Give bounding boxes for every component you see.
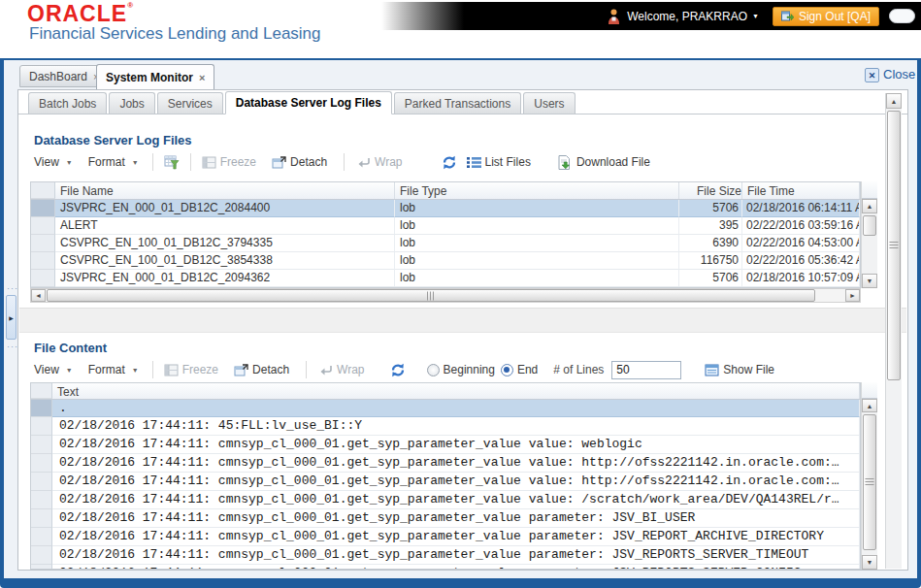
log-line-row[interactable]: 02/18/2016 17:44:11: cmnsyp_cl_000_01.ge… <box>31 546 860 565</box>
row-gutter[interactable] <box>31 217 55 235</box>
row-gutter[interactable] <box>31 565 52 570</box>
tab-close-icon[interactable]: × <box>199 72 205 83</box>
file-content-vertical-scrollbar[interactable]: ▲ ▼ <box>861 382 877 570</box>
row-gutter[interactable] <box>31 509 52 528</box>
freeze-button[interactable]: Freeze <box>164 363 218 376</box>
scroll-down-button[interactable]: ▼ <box>862 274 877 288</box>
scroll-up-button[interactable]: ▲ <box>862 199 877 213</box>
chevron-down-icon: ▼ <box>66 367 73 374</box>
scrollbar-thumb[interactable] <box>863 414 876 550</box>
user-menu-caret-icon[interactable]: ▼ <box>752 13 759 19</box>
scroll-left-button[interactable]: ◄ <box>31 289 46 302</box>
oracle-logo: ORACLE® <box>27 1 134 27</box>
column-file-name[interactable]: File Name <box>55 182 395 199</box>
row-gutter[interactable] <box>31 235 55 252</box>
log-line-row[interactable]: 02/18/2016 17:44:11: cmnsyp_cl_000_01.ge… <box>31 509 860 528</box>
close-window-icon[interactable]: ✕ <box>865 68 879 82</box>
header-gutter <box>31 182 55 199</box>
row-gutter[interactable] <box>31 270 55 287</box>
wrap-button[interactable]: Wrap <box>319 363 364 376</box>
table-row[interactable]: JSVPRC_EN_000_01_DB12C_2094362 lob 5706 … <box>31 270 860 287</box>
row-gutter[interactable] <box>31 473 52 491</box>
download-file-button[interactable]: Download File <box>558 155 650 170</box>
freeze-icon <box>164 364 179 376</box>
row-gutter[interactable] <box>31 436 52 454</box>
view-menu[interactable]: View▼ <box>34 363 73 376</box>
log-line-row[interactable]: 02/18/2016 17:44:11: cmnsyp_cl_000_01.ge… <box>31 436 860 454</box>
tab-system-monitor[interactable]: System Monitor × <box>96 64 214 89</box>
subtab-jobs[interactable]: Jobs <box>109 92 154 114</box>
row-gutter[interactable] <box>31 417 52 436</box>
row-gutter[interactable] <box>31 546 52 565</box>
radio-end-icon[interactable] <box>501 364 513 376</box>
num-lines-label: # of Lines <box>553 363 604 376</box>
subtab-database-server-log-files[interactable]: Database Server Log Files <box>225 91 392 114</box>
panel-vertical-scrollbar[interactable]: ▲ <box>885 93 902 569</box>
scroll-right-button[interactable]: ► <box>845 289 860 302</box>
freeze-icon <box>202 156 216 169</box>
format-menu[interactable]: Format▼ <box>88 155 139 169</box>
freeze-button[interactable]: Freeze <box>202 155 256 169</box>
radio-beginning-icon[interactable] <box>427 364 440 376</box>
filter-table-icon <box>164 155 180 170</box>
detach-icon <box>234 364 248 376</box>
column-file-type[interactable]: File Type <box>395 182 679 199</box>
radio-beginning[interactable]: Beginning <box>427 363 495 376</box>
row-gutter[interactable] <box>31 491 52 509</box>
log-line-row[interactable]: 02/18/2016 17:44:11: cmnsyp_cl_000_01.ge… <box>31 528 860 546</box>
row-gutter[interactable] <box>31 252 55 270</box>
log-files-vertical-scrollbar[interactable]: ▲ ▼ <box>861 181 877 288</box>
scrollbar-thumb[interactable] <box>887 111 901 380</box>
log-line-row[interactable]: 02/18/2016 17:44:11: cmnsyp_cl_000_01.ge… <box>31 454 860 473</box>
column-file-time[interactable]: File Time <box>742 182 860 199</box>
panel-splitter-handle[interactable]: ▶ <box>6 295 16 340</box>
welcome-text: Welcome, PRAKRRAO <box>627 10 747 23</box>
refresh-button[interactable] <box>442 155 457 170</box>
log-line-row[interactable]: 02/18/2016 17:44:11: cmnsyp_cl_000_01.ge… <box>31 473 860 491</box>
view-menu[interactable]: View▼ <box>34 155 73 169</box>
table-row[interactable]: JSVPRC_EN_000_01_DB12C_2084400 lob 5706 … <box>31 200 860 217</box>
show-file-button[interactable]: Show File <box>705 363 774 376</box>
column-file-size[interactable]: File Size <box>679 182 742 199</box>
format-menu[interactable]: Format▼ <box>88 363 139 376</box>
scroll-up-button[interactable]: ▲ <box>886 93 902 109</box>
scrollbar-thumb[interactable] <box>863 215 876 236</box>
log-line-row[interactable]: 02/18/2016 17:44:11: cmnsyp_cl_000_01.ge… <box>31 491 860 509</box>
table-row[interactable]: ALERT lob 395 02/22/2016 03:59:16 AM <box>31 217 860 235</box>
file-content-table: Text . 02/18/2016 17:44:11: 45:FLL:lv_us… <box>30 382 861 570</box>
log-line-row[interactable]: . <box>31 400 860 417</box>
subtab-services[interactable]: Services <box>157 92 223 114</box>
scrollbar-thumb[interactable] <box>47 289 815 302</box>
detach-button[interactable]: Detach <box>234 363 289 376</box>
row-gutter[interactable] <box>31 528 52 546</box>
subtab-users[interactable]: Users <box>523 92 575 114</box>
table-row[interactable]: CSVPRC_EN_100_01_DB12C_3854338 lob 11675… <box>31 252 860 270</box>
header-oval-button[interactable] <box>889 9 915 23</box>
refresh-button[interactable] <box>390 363 406 377</box>
num-lines-input[interactable] <box>611 361 681 379</box>
scroll-up-button[interactable]: ▲ <box>862 399 877 412</box>
tab-system-monitor-label: System Monitor <box>106 71 193 84</box>
row-gutter[interactable] <box>31 454 52 473</box>
log-line-row[interactable]: 02/18/2016 17:44:11: 45:FLL:lv_use_BI::Y <box>31 417 860 436</box>
query-by-example-button[interactable] <box>164 155 180 170</box>
detach-button[interactable]: Detach <box>272 155 327 169</box>
log-line-row[interactable]: 02/18/2016 17:44:11: cmnsyp_cl_000_01.ge… <box>31 565 860 570</box>
sign-out-label: Sign Out [QA] <box>799 10 871 23</box>
log-files-horizontal-scrollbar[interactable]: ◄ ► <box>30 288 861 303</box>
list-files-button[interactable]: List Files <box>467 155 531 169</box>
column-text[interactable]: Text <box>52 383 860 399</box>
wrap-button[interactable]: Wrap <box>357 155 402 169</box>
subtab-parked-transactions[interactable]: Parked Transactions <box>394 92 521 114</box>
sign-out-button[interactable]: Sign Out [QA] <box>773 7 879 26</box>
refresh-icon <box>390 363 406 377</box>
sign-out-icon <box>781 11 794 22</box>
toolbar-separator <box>344 153 345 171</box>
scroll-down-button[interactable]: ▼ <box>862 555 877 570</box>
row-gutter[interactable] <box>31 200 55 217</box>
row-gutter[interactable] <box>31 400 52 417</box>
radio-end[interactable]: End <box>501 363 538 376</box>
table-row[interactable]: CSVPRC_EN_100_01_DB12C_3794335 lob 6390 … <box>31 235 860 252</box>
close-window-button[interactable]: Close <box>883 67 915 82</box>
subtab-batch-jobs[interactable]: Batch Jobs <box>28 92 107 114</box>
